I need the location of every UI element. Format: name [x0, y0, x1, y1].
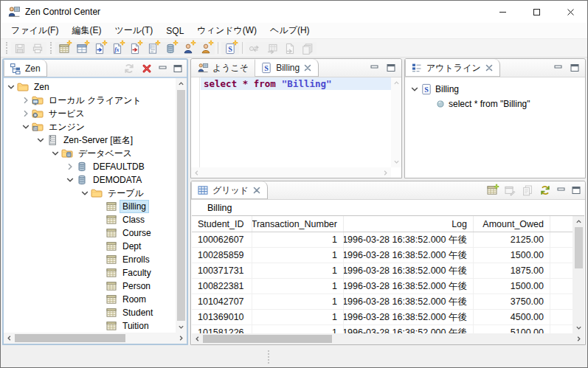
tree-item-demodata[interactable]: DEMODATA	[4, 173, 187, 187]
scroll-up-icon[interactable]	[176, 78, 187, 89]
add-record-button[interactable]	[485, 183, 499, 198]
execute-all-button[interactable]	[299, 40, 317, 56]
menu-file[interactable]: ファイル(F)	[4, 23, 65, 38]
scroll-up-icon[interactable]	[573, 216, 584, 227]
panel-minimize-button[interactable]	[369, 63, 381, 73]
editor-vertical-scrollbar[interactable]	[391, 77, 401, 167]
editor-horizontal-scrollbar[interactable]	[191, 167, 391, 178]
panel-minimize-button[interactable]	[556, 185, 567, 195]
print-button[interactable]	[29, 40, 46, 56]
column-header-transaction-number[interactable]: Transaction_Number	[252, 216, 344, 232]
scroll-left-icon[interactable]	[191, 167, 202, 178]
tree-item-tuition[interactable]: Tuition	[4, 319, 187, 333]
menu-sql[interactable]: SQL	[159, 24, 190, 38]
outline-item-billing[interactable]: Billing	[405, 82, 585, 97]
tree-item-tables[interactable]: テーブル	[4, 187, 187, 200]
expander-icon[interactable]	[65, 162, 75, 172]
grid-vertical-scrollbar[interactable]	[573, 216, 584, 333]
tree-item-course[interactable]: Course	[4, 226, 187, 240]
panel-minimize-button[interactable]	[157, 63, 169, 74]
new-group-button[interactable]	[197, 40, 215, 56]
tab-close-icon[interactable]	[252, 186, 261, 195]
expander-icon[interactable]	[21, 122, 31, 132]
expander-icon[interactable]	[409, 84, 420, 94]
scroll-right-icon[interactable]	[380, 167, 391, 178]
scrollbar-thumb[interactable]	[203, 335, 332, 343]
tree-item-enrolls[interactable]: Enrolls	[4, 253, 187, 266]
tree-item-engines[interactable]: エンジン	[4, 120, 187, 133]
grid-row[interactable]: 10136901011996-03-28 16:38:52.000 午後4500…	[192, 310, 584, 325]
connect-button[interactable]	[246, 40, 263, 56]
new-sql-document-button[interactable]	[221, 40, 239, 56]
tree-item-faculty[interactable]: Faculty	[4, 266, 187, 280]
outline-item-statement[interactable]: select * from "Billing"	[405, 97, 585, 111]
toolbar-drag-handle[interactable]	[50, 42, 52, 54]
new-table-button[interactable]	[55, 40, 73, 56]
grid-row[interactable]: 10104270711996-03-28 16:38:52.000 午後3750…	[192, 294, 584, 310]
grid-row[interactable]: 10037173111996-03-28 16:38:52.000 午後1875…	[192, 263, 584, 279]
panel-minimize-button[interactable]	[553, 63, 564, 73]
tree-item-services[interactable]: サービス	[4, 107, 187, 120]
panel-maximize-button[interactable]	[570, 185, 582, 195]
sql-editor[interactable]: select * from"Billing"	[191, 77, 401, 178]
new-function-button[interactable]	[108, 40, 126, 56]
menu-help[interactable]: ヘルプ(H)	[263, 23, 317, 38]
panel-maximize-button[interactable]	[385, 63, 397, 73]
tree-item-person[interactable]: Person	[4, 280, 187, 293]
grid-horizontal-scrollbar[interactable]	[192, 333, 584, 344]
column-header-log[interactable]: Log	[344, 216, 474, 232]
expander-icon[interactable]	[80, 188, 90, 198]
tree-item-class[interactable]: Class	[4, 213, 187, 226]
scroll-left-icon[interactable]	[4, 333, 15, 344]
tree-item-student[interactable]: Student	[4, 306, 187, 319]
tab-grid[interactable]: グリッド	[191, 181, 268, 199]
tree-item-defaultdb[interactable]: DEFAULTDB	[4, 160, 187, 173]
tree-item-zen[interactable]: Zen	[4, 80, 187, 94]
tree-horizontal-scrollbar[interactable]	[4, 333, 187, 344]
scrollbar-thumb[interactable]	[177, 90, 185, 321]
scroll-right-icon[interactable]	[176, 333, 187, 344]
stop-button[interactable]	[139, 61, 154, 76]
tree-item-dept[interactable]: Dept	[4, 240, 187, 253]
tab-close-icon[interactable]	[303, 63, 312, 72]
copy-record-button[interactable]	[520, 183, 535, 198]
execute-script-button[interactable]	[281, 40, 299, 56]
scroll-down-icon[interactable]	[573, 322, 584, 333]
tab-welcome[interactable]: ようこそ	[191, 59, 255, 77]
scroll-up-icon[interactable]	[391, 77, 402, 88]
tree-vertical-scrollbar[interactable]	[176, 78, 187, 333]
expander-icon[interactable]	[35, 135, 46, 145]
tab-close-icon[interactable]	[485, 63, 494, 72]
new-user-button[interactable]	[179, 40, 197, 56]
tree-item-room[interactable]: Room	[4, 293, 187, 306]
new-query-button[interactable]	[91, 40, 108, 56]
tab-outline[interactable]: アウトライン	[405, 59, 500, 77]
execute-in-grid-button[interactable]	[263, 40, 281, 56]
expander-icon[interactable]	[6, 82, 16, 92]
scrollbar-thumb[interactable]	[575, 227, 583, 268]
panel-maximize-button[interactable]	[569, 63, 581, 73]
sql-statement-line[interactable]: select * from"Billing"	[201, 77, 391, 90]
grid-row[interactable]: 10082238111996-03-28 16:38:52.000 午後1500…	[192, 279, 584, 294]
menu-window[interactable]: ウィンドウ(W)	[190, 23, 263, 38]
column-header-student-id[interactable]: Student_ID	[192, 216, 252, 232]
panel-maximize-button[interactable]	[172, 63, 184, 74]
scroll-down-icon[interactable]	[176, 322, 187, 333]
scrollbar-thumb[interactable]	[15, 334, 125, 342]
refresh-button[interactable]	[122, 61, 136, 76]
menu-tools[interactable]: ツール(T)	[108, 23, 159, 38]
tree-item-local-clients[interactable]: ローカル クライアント	[4, 94, 187, 107]
grid-row[interactable]: 10028585911996-03-28 16:38:52.000 午後1500…	[192, 248, 584, 263]
expander-icon[interactable]	[21, 108, 31, 119]
editor-code-area[interactable]: select * from"Billing"	[201, 77, 391, 167]
expander-icon[interactable]	[21, 95, 31, 105]
refresh-grid-button[interactable]	[538, 183, 553, 198]
grid-row[interactable]: 10006260711996-03-28 16:38:52.000 午後2125…	[192, 232, 584, 248]
tree-item-zen-server[interactable]: Zen-Server [匿名]	[4, 133, 187, 147]
scroll-down-icon[interactable]	[391, 156, 402, 167]
tree-item-databases[interactable]: データベース	[4, 147, 187, 160]
scroll-left-icon[interactable]	[192, 333, 203, 344]
trim-drag-handle[interactable]	[268, 350, 269, 364]
expander-icon[interactable]	[65, 175, 75, 185]
window-maximize-button[interactable]	[519, 1, 553, 23]
